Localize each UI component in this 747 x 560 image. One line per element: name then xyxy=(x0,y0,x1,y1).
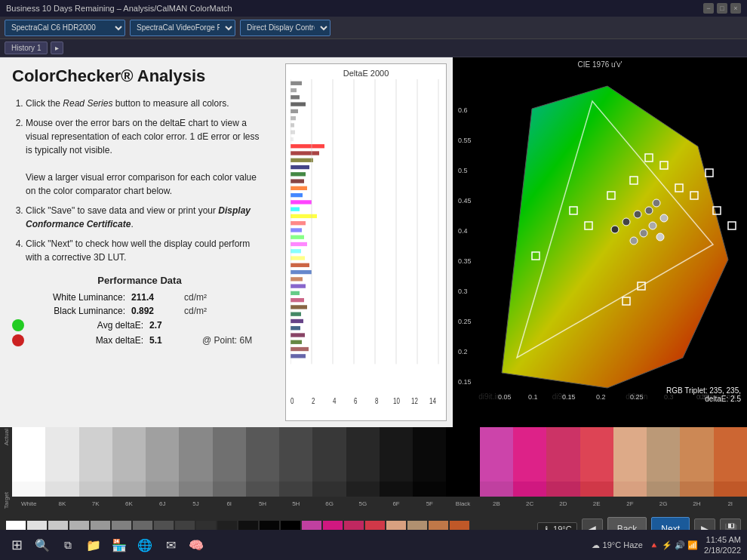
device2-select[interactable]: SpectraCal VideoForge Pro xyxy=(130,20,235,36)
svg-text:0.4: 0.4 xyxy=(458,227,468,235)
swatch-label-2d: 2D xyxy=(546,500,579,507)
svg-rect-12 xyxy=(290,165,309,169)
history-nav-arrow[interactable]: ▸ xyxy=(51,42,63,54)
svg-text:14: 14 xyxy=(429,397,436,405)
email-icon[interactable]: ✉ xyxy=(160,534,181,555)
files-icon[interactable]: 📁 xyxy=(83,534,104,555)
svg-rect-37 xyxy=(290,340,302,344)
svg-text:0.2: 0.2 xyxy=(458,348,468,355)
white-lum-value: 211.4 xyxy=(131,292,184,303)
task-view-icon[interactable]: ⧉ xyxy=(57,534,78,555)
svg-rect-15 xyxy=(290,186,307,190)
swatch-5h2-target xyxy=(279,482,312,497)
cie-chart-svg: 0.6 0.55 0.5 0.45 0.4 0.35 0.3 0.25 0.2 … xyxy=(453,71,747,403)
swatch-5h-target xyxy=(246,482,279,497)
svg-marker-56 xyxy=(502,86,728,388)
swatch-2f-actual xyxy=(613,427,647,482)
taskbar-right: ☁ 19°C Haze 🔺 ⚡ 🔊 📶 11:45 AM 2/18/2022 xyxy=(592,534,741,556)
minimize-button[interactable]: − xyxy=(703,3,714,14)
swatch-2b-actual xyxy=(480,427,513,482)
swatch-5h2-actual xyxy=(279,427,312,482)
swatch-5g-actual xyxy=(346,427,380,482)
swatch-label-6g: 6G xyxy=(312,500,346,507)
max-delta-row: Max deltaE: 5.1 @ Point: 6M xyxy=(12,334,267,346)
deltae-chart-svg: 0 2 4 6 8 10 12 14 xyxy=(290,79,441,409)
store-icon[interactable]: 🏪 xyxy=(109,534,130,555)
swatch-label-2i: 2I xyxy=(714,500,747,507)
swatch-6j-actual xyxy=(146,427,179,482)
svg-rect-13 xyxy=(290,172,306,176)
svg-rect-20 xyxy=(290,221,306,225)
deltae-chart: DeltaE 2000 xyxy=(285,63,447,421)
svg-rect-2 xyxy=(290,95,300,99)
swatch-6i-actual xyxy=(213,427,246,482)
swatch-2g-target xyxy=(647,482,680,497)
close-button[interactable]: × xyxy=(730,3,741,14)
swatch-label-6i: 6I xyxy=(213,500,246,507)
device3-select[interactable]: Direct Display Control xyxy=(240,20,330,36)
avg-delta-value: 2.7 xyxy=(149,320,202,331)
svg-rect-31 xyxy=(290,298,304,302)
swatch-label-white: White xyxy=(12,500,45,507)
swatch-7k-actual xyxy=(79,427,112,482)
svg-text:0.15: 0.15 xyxy=(562,393,576,401)
maximize-button[interactable]: □ xyxy=(717,3,727,14)
weather-icon: ☁ xyxy=(592,540,600,550)
svg-rect-5 xyxy=(290,116,296,120)
swatch-label-2b: 2B xyxy=(480,500,513,507)
svg-rect-19 xyxy=(290,214,317,218)
swatch-5g-target xyxy=(346,482,380,497)
actual-label: Actual xyxy=(3,429,10,445)
taskbar: ⊞ 🔍 ⧉ 📁 🏪 🌐 ✉ 🧠 ☁ 19°C Haze 🔺 ⚡ 🔊 📶 11:4… xyxy=(0,530,747,560)
swatch-2h-actual xyxy=(680,427,713,482)
svg-point-76 xyxy=(653,199,660,207)
svg-rect-8 xyxy=(290,137,294,141)
search-icon-taskbar[interactable]: 🔍 xyxy=(32,534,53,555)
svg-text:0.3: 0.3 xyxy=(458,288,468,295)
swatch-label-black: Black xyxy=(446,500,479,507)
title-bar-controls[interactable]: − □ × xyxy=(703,3,741,14)
swatch-6i-target xyxy=(213,482,246,497)
instruction-1: Click the Read Series button to measure … xyxy=(26,97,267,110)
svg-point-75 xyxy=(645,207,653,214)
svg-point-81 xyxy=(656,233,664,241)
swatches-container: White 8K 7K 6K 6J 5J 6I 5H 5H 6G 5G 6F 5… xyxy=(12,427,747,510)
swatch-2b-target xyxy=(480,482,513,497)
max-delta-point: @ Point: 6M xyxy=(202,335,252,346)
edge-icon[interactable]: 🌐 xyxy=(134,534,155,555)
svg-point-74 xyxy=(634,211,641,218)
instructions: Click the Read Series button to measure … xyxy=(12,97,267,264)
swatch-label-8k: 8K xyxy=(45,500,78,507)
swatch-white-target xyxy=(12,482,45,497)
history-button[interactable]: History 1 xyxy=(5,42,48,54)
black-luminance-row: Black Luminance: 0.892 cd/m² xyxy=(12,306,267,316)
swatch-5j-actual xyxy=(179,427,212,482)
svg-text:0.35: 0.35 xyxy=(458,257,472,265)
app-icon[interactable]: 🧠 xyxy=(186,534,207,555)
svg-text:0.5: 0.5 xyxy=(458,167,468,174)
svg-text:8: 8 xyxy=(375,397,378,405)
device1-select[interactable]: SpectraCal C6 HDR2000LCD (LED White Wide… xyxy=(5,20,125,36)
swatch-black-actual xyxy=(446,427,479,482)
swatch-5f-target xyxy=(413,482,446,497)
svg-rect-0 xyxy=(290,82,302,85)
performance-data: Performance Data White Luminance: 211.4 … xyxy=(12,275,267,346)
swatches-main: Actual Target xyxy=(0,427,747,510)
title-bar: Business 10 Days Remaining – Analysis/Ca… xyxy=(0,0,747,17)
white-lum-unit: cd/m² xyxy=(184,292,207,303)
svg-rect-16 xyxy=(290,193,303,197)
svg-point-77 xyxy=(640,229,647,237)
swatch-label-5h2: 5H xyxy=(279,500,312,507)
white-luminance-row: White Luminance: 211.4 cd/m² xyxy=(12,292,267,303)
swatch-2c-actual xyxy=(513,427,546,482)
swatch-6g-target xyxy=(312,482,346,497)
svg-point-73 xyxy=(622,218,630,226)
svg-rect-6 xyxy=(290,123,294,127)
start-button[interactable]: ⊞ xyxy=(6,534,27,555)
svg-text:12: 12 xyxy=(411,397,418,405)
title-bar-text: Business 10 Days Remaining – Analysis/Ca… xyxy=(6,4,232,13)
tray-icons: 🔺 ⚡ 🔊 📶 xyxy=(649,540,698,550)
swatch-label-6j: 6J xyxy=(146,500,179,507)
svg-rect-17 xyxy=(290,200,312,204)
swatch-label-5f: 5F xyxy=(413,500,446,507)
